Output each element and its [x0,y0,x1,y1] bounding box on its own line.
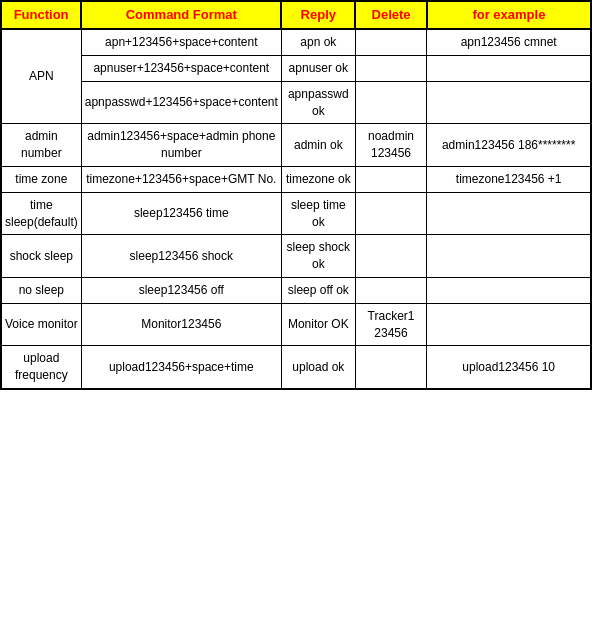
table-row: admin numberadmin123456+space+admin phon… [1,124,591,167]
reply-cell: upload ok [281,346,355,389]
command-cell: sleep123456 off [81,277,281,303]
command-cell: timezone+123456+space+GMT No. [81,166,281,192]
function-cell: admin number [1,124,81,167]
table-row: apnpasswd+123456+space+contentapnpasswd … [1,81,591,124]
reply-cell: sleep off ok [281,277,355,303]
example-cell [427,303,591,346]
example-cell: upload123456 10 [427,346,591,389]
table-row: shock sleepsleep123456 shocksleep shock … [1,235,591,278]
reply-cell: apnpasswd ok [281,81,355,124]
reply-cell: timezone ok [281,166,355,192]
header-reply: Reply [281,1,355,29]
function-cell: APN [1,29,81,124]
main-table: Function Command Format Reply Delete for… [0,0,592,390]
function-cell: time sleep(default) [1,192,81,235]
function-cell: upload frequency [1,346,81,389]
header-row: Function Command Format Reply Delete for… [1,1,591,29]
header-delete: Delete [355,1,427,29]
reply-cell: Monitor OK [281,303,355,346]
example-cell [427,81,591,124]
delete-cell [355,166,427,192]
command-cell: Monitor123456 [81,303,281,346]
reply-cell: apn ok [281,29,355,55]
function-cell: no sleep [1,277,81,303]
reply-cell: sleep time ok [281,192,355,235]
example-cell [427,235,591,278]
delete-cell [355,277,427,303]
command-cell: sleep123456 time [81,192,281,235]
delete-cell [355,29,427,55]
example-cell: timezone123456 +1 [427,166,591,192]
example-cell: apn123456 cmnet [427,29,591,55]
function-cell: Voice monitor [1,303,81,346]
header-example: for example [427,1,591,29]
delete-cell [355,81,427,124]
table-row: time sleep(default)sleep123456 timesleep… [1,192,591,235]
table-row: apnuser+123456+space+contentapnuser ok [1,55,591,81]
command-cell: apnuser+123456+space+content [81,55,281,81]
table-row: no sleepsleep123456 offsleep off ok [1,277,591,303]
command-cell: upload123456+space+time [81,346,281,389]
header-function: Function [1,1,81,29]
table-row: upload frequencyupload123456+space+timeu… [1,346,591,389]
delete-cell: Tracker1 23456 [355,303,427,346]
reply-cell: apnuser ok [281,55,355,81]
table-row: time zonetimezone+123456+space+GMT No.ti… [1,166,591,192]
reply-cell: sleep shock ok [281,235,355,278]
delete-cell [355,235,427,278]
command-cell: apnpasswd+123456+space+content [81,81,281,124]
header-command: Command Format [81,1,281,29]
function-cell: shock sleep [1,235,81,278]
table-row: Voice monitorMonitor123456Monitor OKTrac… [1,303,591,346]
example-cell [427,277,591,303]
command-cell: apn+123456+space+content [81,29,281,55]
table-row: APNapn+123456+space+contentapn okapn1234… [1,29,591,55]
delete-cell: noadmin 123456 [355,124,427,167]
function-cell: time zone [1,166,81,192]
delete-cell [355,346,427,389]
delete-cell [355,55,427,81]
example-cell [427,55,591,81]
command-cell: sleep123456 shock [81,235,281,278]
delete-cell [355,192,427,235]
example-cell [427,192,591,235]
reply-cell: admin ok [281,124,355,167]
example-cell: admin123456 186******** [427,124,591,167]
command-cell: admin123456+space+admin phone number [81,124,281,167]
